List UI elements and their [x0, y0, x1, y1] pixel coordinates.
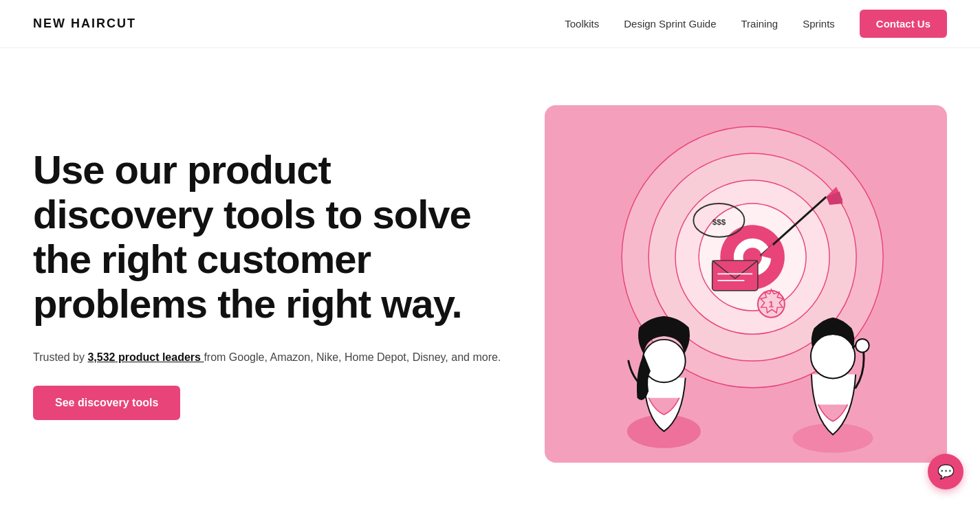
- svg-text:$$$: $$$: [712, 217, 726, 226]
- svg-text:1: 1: [769, 299, 774, 309]
- nav-links: Toolkits Design Sprint Guide Training Sp…: [565, 10, 947, 38]
- svg-point-29: [811, 334, 855, 378]
- hero-section: Use our product discovery tools to solve…: [0, 48, 980, 506]
- chat-icon: 💬: [937, 463, 955, 480]
- site-logo: NEW HAIRCUT: [33, 16, 136, 31]
- trust-suffix: from Google, Amazon, Nike, Home Depot, D…: [204, 351, 501, 363]
- hero-title: Use our product discovery tools to solve…: [33, 148, 508, 327]
- svg-point-30: [856, 339, 869, 352]
- nav-training[interactable]: Training: [741, 18, 778, 30]
- trust-prefix: Trusted by: [33, 351, 87, 363]
- hero-illustration: $$$ 1: [545, 105, 947, 463]
- cta-button[interactable]: See discovery tools: [33, 386, 180, 420]
- hero-right: $$$ 1: [545, 105, 947, 463]
- svg-rect-18: [712, 261, 758, 291]
- illustration-svg: $$$ 1: [545, 105, 947, 463]
- hero-left: Use our product discovery tools to solve…: [33, 148, 508, 419]
- trust-leaders[interactable]: product leaders: [115, 351, 204, 363]
- contact-button[interactable]: Contact Us: [860, 10, 947, 38]
- trust-count[interactable]: 3,532: [87, 351, 115, 363]
- navbar: NEW HAIRCUT Toolkits Design Sprint Guide…: [0, 0, 980, 48]
- nav-toolkits[interactable]: Toolkits: [565, 18, 599, 30]
- chat-button[interactable]: 💬: [928, 454, 963, 490]
- nav-design-sprint-guide[interactable]: Design Sprint Guide: [624, 18, 716, 30]
- nav-sprints[interactable]: Sprints: [803, 18, 835, 30]
- svg-point-27: [643, 340, 686, 382]
- hero-trust-text: Trusted by 3,532 product leaders from Go…: [33, 349, 508, 366]
